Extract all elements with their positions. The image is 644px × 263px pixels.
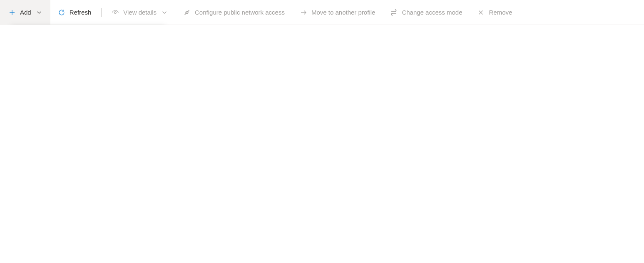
arrow-right-icon — [300, 9, 307, 16]
configure-pna-button: Configure public network access — [176, 0, 292, 25]
add-label: Add — [20, 9, 31, 16]
close-icon — [477, 9, 485, 16]
change-mode-label: Change access mode — [402, 9, 462, 16]
svg-line-4 — [185, 10, 189, 15]
svg-point-2 — [114, 11, 117, 13]
view-details-button: View details — [104, 0, 176, 25]
configure-pna-label: Configure public network access — [195, 9, 285, 16]
move-profile-label: Move to another profile — [311, 9, 375, 16]
plus-icon — [8, 9, 16, 16]
remove-label: Remove — [489, 9, 512, 16]
eye-icon — [112, 9, 119, 16]
view-details-label: View details — [123, 9, 157, 16]
refresh-icon — [58, 9, 65, 16]
chevron-down-icon — [161, 9, 168, 16]
refresh-button[interactable]: Refresh — [50, 0, 99, 25]
change-mode-button: Change access mode — [383, 0, 470, 25]
move-profile-button: Move to another profile — [292, 0, 383, 25]
add-button[interactable]: Add — [0, 0, 50, 25]
swap-icon — [390, 9, 398, 16]
unplug-icon — [183, 9, 191, 16]
command-bar: Add Refresh View details — [0, 0, 644, 25]
refresh-label: Refresh — [70, 9, 92, 16]
chevron-down-icon — [35, 9, 43, 16]
remove-button: Remove — [470, 0, 520, 25]
toolbar-separator — [101, 8, 102, 17]
